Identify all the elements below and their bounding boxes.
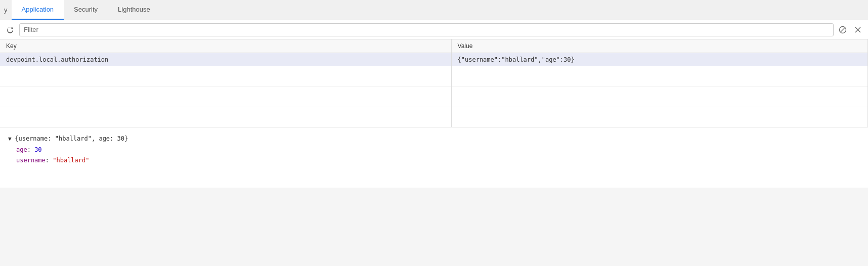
preview-field-age: age: 30 — [16, 145, 860, 156]
expand-arrow-icon[interactable]: ▼ — [8, 136, 15, 142]
preview-panel: ▼ {username: "hballard", age: 30} age: 3… — [0, 127, 868, 188]
preview-value-age: 30 — [34, 146, 41, 153]
preview-key-username: username — [16, 157, 46, 164]
preview-key-age: age — [16, 146, 27, 153]
preview-fields: age: 30 username: "hballard" — [8, 145, 860, 166]
tab-bar: y Application Security Lighthouse — [0, 0, 868, 20]
tab-lighthouse[interactable]: Lighthouse — [108, 0, 160, 20]
table-cell-value: {"username":"hballard","age":30} — [451, 53, 867, 67]
clear-filter-button[interactable] — [837, 24, 849, 36]
tab-security-label: Security — [74, 6, 98, 13]
no-circle-icon — [839, 26, 847, 34]
close-button[interactable] — [852, 24, 864, 36]
toolbar — [0, 20, 868, 39]
tab-partial[interactable]: y — [0, 0, 12, 20]
table-row-empty-2 — [0, 86, 868, 107]
svg-line-1 — [841, 27, 845, 32]
filter-input[interactable] — [19, 23, 834, 36]
column-header-value: Value — [451, 39, 867, 53]
tab-partial-label: y — [4, 6, 8, 14]
table-row[interactable]: devpoint.local.authorization {"username"… — [0, 53, 868, 67]
table-cell-key: devpoint.local.authorization — [0, 53, 451, 67]
preview-object-summary[interactable]: ▼ {username: "hballard", age: 30} — [8, 134, 860, 145]
data-table: Key Value devpoint.local.authorization {… — [0, 39, 868, 127]
tab-application[interactable]: Application — [12, 0, 64, 20]
table-header-row: Key Value — [0, 39, 868, 53]
preview-value-username: "hballard" — [53, 157, 89, 164]
table-row-empty-1 — [0, 66, 868, 86]
tab-lighthouse-label: Lighthouse — [118, 6, 150, 13]
preview-field-username: username: "hballard" — [16, 155, 860, 166]
table-row-empty-3 — [0, 107, 868, 127]
close-icon — [854, 26, 861, 33]
refresh-button[interactable] — [4, 24, 16, 36]
tab-security[interactable]: Security — [64, 0, 108, 20]
tab-application-label: Application — [22, 6, 54, 13]
refresh-icon — [7, 26, 14, 33]
column-header-key: Key — [0, 39, 451, 53]
